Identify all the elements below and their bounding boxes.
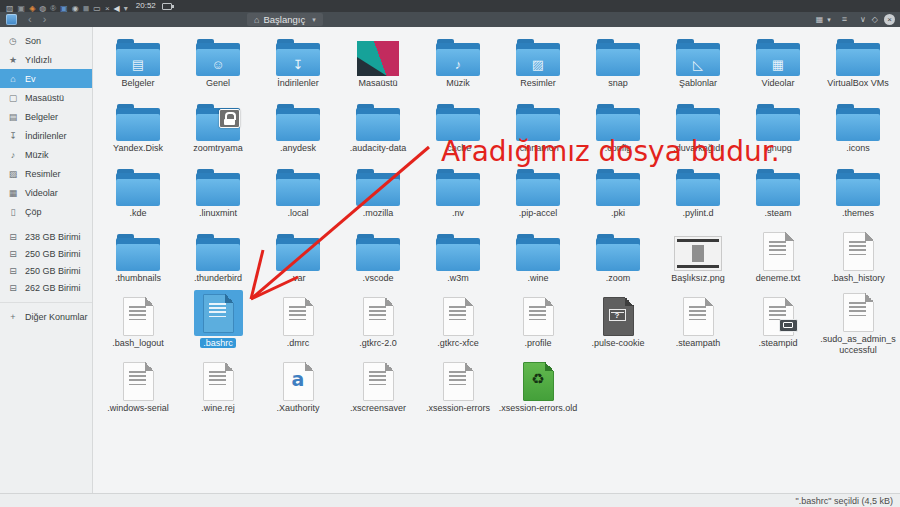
sidebar-item-videolar[interactable]: ▦Videolar (0, 183, 92, 202)
sidebar-item--p[interactable]: ▯Çöp (0, 202, 92, 221)
sidebar-places: ◷Son★Yıldızlı⌂Ev▢Masaüstü▤Belgeler↧İndir… (0, 31, 92, 221)
file-item[interactable]: .icons (818, 95, 898, 160)
text-icon (683, 297, 714, 336)
sidebar-item-m-zik[interactable]: ♪Müzik (0, 145, 92, 164)
file-item[interactable]: snap (578, 30, 658, 95)
file-item[interactable]: .thunderbird (178, 225, 258, 290)
file-item[interactable]: ♪Müzik (418, 30, 498, 95)
file-item[interactable]: .thumbnails (98, 225, 178, 290)
sidebar-item-belgeler[interactable]: ▤Belgeler (0, 107, 92, 126)
file-label: .themes (842, 208, 874, 218)
file-item[interactable]: deneme.txt (738, 225, 818, 290)
file-item[interactable]: ▦Videolar (738, 30, 818, 95)
file-item[interactable]: .pip-accel (498, 160, 578, 225)
file-item[interactable]: ◺Şablonlar (658, 30, 738, 95)
file-item[interactable]: .bashrc (178, 290, 258, 355)
file-item[interactable]: .xscreensaver (338, 355, 418, 420)
file-item[interactable]: .steam (738, 160, 818, 225)
file-item[interactable]: .config (578, 95, 658, 160)
file-item[interactable]: .bash_history (818, 225, 898, 290)
file-item[interactable]: .steampid (738, 290, 818, 355)
file-item[interactable]: .local (258, 160, 338, 225)
breadcrumb-location-button[interactable]: ⌂ Başlangıç ▾ (247, 13, 323, 26)
file-item[interactable]: .duvarkağıdı (658, 95, 738, 160)
minimize-button[interactable]: ∨ (860, 12, 866, 27)
view-options-caret-icon[interactable]: ▾ (827, 12, 831, 27)
file-item[interactable]: Başlıksız.png (658, 225, 738, 290)
file-icon (596, 95, 640, 141)
close-button[interactable]: × (884, 14, 895, 25)
file-view[interactable]: ▤Belgeler☺Genel↧İndirilenlerMasaüstü♪Müz… (93, 27, 900, 493)
file-item[interactable]: .kde (98, 160, 178, 225)
file-item[interactable]: ♻.xsession-errors.old (498, 355, 578, 420)
file-item[interactable]: .windows-serial (98, 355, 178, 420)
file-item[interactable]: .wine (498, 225, 578, 290)
folder-icon (836, 169, 880, 206)
sidebar-item-250-gb-birimi[interactable]: ⊟250 GB Birimi (0, 262, 92, 279)
sidebar-item-250-gb-birimi[interactable]: ⊟250 GB Birimi (0, 245, 92, 262)
file-item[interactable]: .mozilla (338, 160, 418, 225)
file-item[interactable]: .zoom (578, 225, 658, 290)
file-icon (436, 160, 480, 206)
file-item[interactable]: Yandex.Disk (98, 95, 178, 160)
file-label: .profile (524, 338, 551, 348)
file-item[interactable]: .dmrc (258, 290, 338, 355)
file-item[interactable]: .w3m (418, 225, 498, 290)
file-item[interactable]: .vscode (338, 225, 418, 290)
file-item[interactable]: .sudo_as_admin_successful (818, 290, 898, 355)
file-item[interactable]: ↧İndirilenler (258, 30, 338, 95)
file-item[interactable]: .linuxmint (178, 160, 258, 225)
file-item[interactable]: ?.pulse-cookie (578, 290, 658, 355)
file-item[interactable]: ☺Genel (178, 30, 258, 95)
hamburger-menu-icon[interactable]: ≡ (842, 12, 847, 27)
file-item[interactable]: .gtkrc-2.0 (338, 290, 418, 355)
file-item[interactable]: .themes (818, 160, 898, 225)
file-item[interactable]: .pylint.d (658, 160, 738, 225)
file-label: .thunderbird (194, 273, 242, 283)
file-item[interactable]: .audacity-data (338, 95, 418, 160)
file-item[interactable]: ▤Belgeler (98, 30, 178, 95)
text-badge-icon (763, 297, 794, 336)
file-item[interactable]: a.Xauthority (258, 355, 338, 420)
file-icon (436, 225, 480, 271)
folder-people-icon: ☺ (196, 39, 240, 76)
file-label: zoomtryama (193, 143, 243, 153)
text-icon (283, 297, 314, 336)
file-item[interactable]: .pki (578, 160, 658, 225)
file-label: .anydesk (280, 143, 316, 153)
file-item[interactable]: .var (258, 225, 338, 290)
file-item[interactable]: .wine.rej (178, 355, 258, 420)
back-icon[interactable]: ‹ (28, 12, 32, 27)
panel-clock[interactable]: 20:52 (136, 0, 156, 12)
file-label: .xscreensaver (350, 403, 406, 413)
file-item[interactable]: zoomtryama (178, 95, 258, 160)
file-item[interactable]: .cache (418, 95, 498, 160)
file-item[interactable]: .cinnamon (498, 95, 578, 160)
file-item[interactable]: .gtkrc-xfce (418, 290, 498, 355)
file-item[interactable]: VirtualBox VMs (818, 30, 898, 95)
grid-view-icon[interactable]: ▦ (816, 12, 824, 27)
maximize-button[interactable]: ◇ (872, 12, 878, 27)
sidebar-item-y-ld-zl-[interactable]: ★Yıldızlı (0, 50, 92, 69)
file-item[interactable]: .xsession-errors (418, 355, 498, 420)
sidebar-item-masa-st-[interactable]: ▢Masaüstü (0, 88, 92, 107)
file-icon (276, 160, 320, 206)
file-item[interactable]: ▨Resimler (498, 30, 578, 95)
file-icon (116, 95, 160, 141)
file-item[interactable]: .anydesk (258, 95, 338, 160)
sidebar-item-son[interactable]: ◷Son (0, 31, 92, 50)
sidebar-item-238-gb-birimi[interactable]: ⊟238 GB Birimi (0, 228, 92, 245)
file-item[interactable]: .nv (418, 160, 498, 225)
file-item[interactable]: .steampath (658, 290, 738, 355)
file-item[interactable]: .gnupg (738, 95, 818, 160)
sidebar-item-other-locations[interactable]: + Diğer Konumlar (0, 307, 92, 326)
sidebar-item-262-gb-birimi[interactable]: ⊟262 GB Birimi (0, 279, 92, 296)
sidebar-item-resimler[interactable]: ▨Resimler (0, 164, 92, 183)
file-item[interactable]: Masaüstü (338, 30, 418, 95)
sidebar-item-i-ndirilenler[interactable]: ↧İndirilenler (0, 126, 92, 145)
forward-icon[interactable]: › (43, 12, 47, 27)
battery-icon[interactable] (162, 3, 172, 10)
file-item[interactable]: .profile (498, 290, 578, 355)
file-item[interactable]: .bash_logout (98, 290, 178, 355)
sidebar-item-ev[interactable]: ⌂Ev (0, 69, 92, 88)
